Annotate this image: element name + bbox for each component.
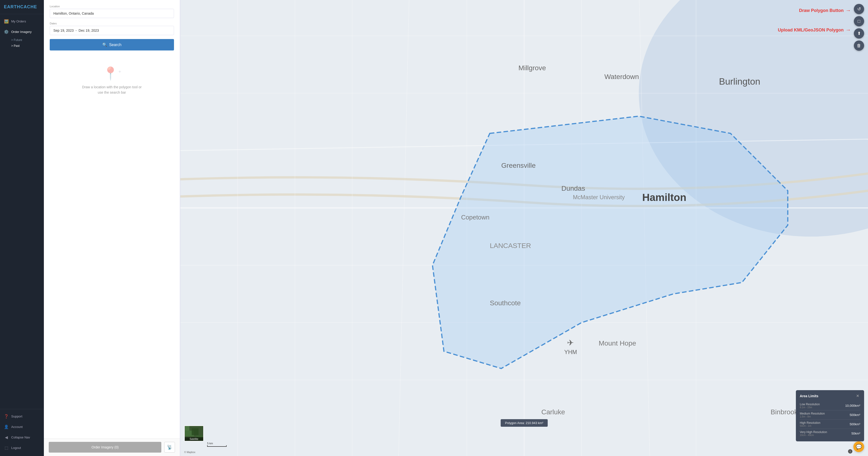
area-limit-value-high: 500km² — [850, 422, 860, 426]
upload-kml-annotation: Upload KML/GeoJSON Polygon → — [778, 27, 851, 33]
scale-bar-text: 5 km — [207, 442, 213, 445]
area-limit-sub-high: 50cm - 1m — [800, 425, 820, 427]
scale-bar: 5 km — [207, 442, 227, 447]
area-limit-value-very-high: 50km² — [851, 432, 860, 435]
location-label: Location — [50, 5, 174, 8]
search-button[interactable]: 🔍 Search — [50, 39, 174, 51]
area-limits-header: Area Limits ✕ — [800, 394, 860, 398]
dates-label: Dates — [50, 22, 174, 25]
map-background: Millgrove Waterdown Burlington Greensvil… — [180, 0, 868, 456]
sidebar-item-past[interactable]: > Past — [11, 43, 44, 49]
satellite-label: Satellite — [185, 437, 203, 441]
satellite-thumbnail[interactable]: Satellite — [184, 426, 204, 441]
svg-text:Southcote: Southcote — [490, 299, 521, 307]
panel-footer: Order Imagery (0) 📡 — [44, 438, 180, 456]
svg-rect-36 — [192, 428, 198, 435]
upload-kml-button[interactable]: ⬆ — [854, 28, 864, 38]
svg-rect-37 — [185, 426, 189, 431]
svg-text:Millgrove: Millgrove — [518, 64, 546, 72]
area-limit-value-low: 10,000km² — [845, 404, 860, 407]
order-imagery-button[interactable]: Order Imagery (0) — [49, 442, 161, 453]
svg-text:McMaster University: McMaster University — [573, 194, 625, 200]
sidebar-item-collapse-nav[interactable]: ◀ Collapse Nav — [0, 432, 44, 443]
sidebar-item-order-imagery[interactable]: ⚙️ Order Imagery — [0, 27, 44, 37]
info-button[interactable]: i — [848, 449, 852, 454]
sidebar-label-collapse: Collapse Nav — [11, 435, 30, 439]
sidebar-item-my-orders[interactable]: 🖼️ My Orders — [0, 16, 44, 27]
satellite-icon: 📡 — [167, 445, 172, 450]
collapse-icon: ◀ — [4, 435, 9, 440]
scale-bar-line — [207, 445, 227, 447]
draw-polygon-arrow: → — [845, 7, 851, 13]
area-limit-label-high: High Resolution — [800, 421, 820, 425]
area-limit-row-high: High Resolution 50cm - 1m 500km² — [800, 420, 860, 429]
empty-state-text: Draw a location with the polygon tool or… — [55, 84, 169, 95]
search-button-label: Search — [109, 43, 122, 47]
polygon-area-badge: Polygon Area: 210.943 km² — [501, 419, 548, 427]
svg-text:Copetown: Copetown — [461, 214, 489, 221]
map-area[interactable]: Millgrove Waterdown Burlington Greensvil… — [180, 0, 868, 456]
sidebar-label-support: Support — [11, 415, 23, 418]
draw-rectangle-button[interactable]: □ — [854, 16, 864, 26]
chat-button[interactable]: 💬 — [854, 441, 864, 452]
map-controls: ↺ □ ⬆ 🗑 — [854, 4, 864, 51]
left-panel: Location Dates 🔍 Search 📍+ Draw a locati… — [44, 0, 180, 456]
draw-polygon-annotation: Draw Polygon Button → — [799, 7, 851, 13]
area-limit-row-low: Low Resolution 8.1m - 15m 10,000km² — [800, 401, 860, 410]
logout-icon: ⬚ — [4, 446, 9, 450]
area-limit-label-very-high: Very High Resolution — [800, 430, 827, 434]
sidebar-item-account[interactable]: 👤 Account — [0, 422, 44, 432]
svg-text:Hamilton: Hamilton — [642, 192, 686, 203]
area-limit-label-medium: Medium Resolution — [800, 412, 825, 415]
location-field-group: Location — [50, 5, 174, 18]
location-input[interactable] — [50, 9, 174, 18]
draw-polygon-button[interactable]: ↺ — [854, 4, 864, 14]
upload-kml-arrow: → — [845, 27, 851, 33]
sidebar-item-logout[interactable]: ⬚ Logout — [0, 443, 44, 453]
draw-polygon-annotation-text: Draw Polygon Button — [799, 8, 844, 13]
sidebar-item-future[interactable]: > Future — [11, 37, 44, 43]
draw-polygon-icon: ↺ — [857, 6, 861, 12]
logo: EARTHCACHE — [0, 0, 44, 14]
panel-content: Location Dates 🔍 Search 📍+ Draw a locati… — [44, 0, 180, 438]
area-limit-sub-low: 8.1m - 15m — [800, 406, 820, 409]
sidebar-label-order-imagery: Order Imagery — [11, 30, 32, 34]
empty-state-line2: use the search bar — [98, 90, 126, 94]
upload-icon: ⬆ — [857, 31, 861, 36]
empty-state: 📍+ Draw a location with the polygon tool… — [50, 56, 174, 105]
mapbox-attribution: © Mapbox — [184, 451, 195, 454]
svg-text:YHM: YHM — [564, 349, 577, 355]
polygon-area-text: Polygon Area: 210.943 km² — [505, 421, 544, 425]
area-limit-sub-very-high: 10cm - 49cm — [800, 434, 827, 436]
sidebar-label-logout: Logout — [11, 446, 21, 450]
orders-icon: 🖼️ — [4, 19, 9, 24]
logo-part2: CACHE — [20, 4, 37, 9]
order-imagery-icon: ⚙️ — [4, 29, 9, 34]
search-icon: 🔍 — [102, 42, 107, 47]
svg-text:Waterdown: Waterdown — [604, 73, 639, 81]
delete-icon: 🗑 — [857, 43, 861, 48]
area-limit-sub-medium: 1.5m - 8m — [800, 415, 825, 418]
location-pin-icon: 📍+ — [55, 66, 169, 81]
mapbox-attr-text: © Mapbox — [184, 451, 195, 454]
satellite-toggle-button[interactable]: 📡 — [164, 442, 175, 453]
nav-items: 🖼️ My Orders ⚙️ Order Imagery > Future >… — [0, 14, 44, 407]
sidebar: EARTHCACHE 🖼️ My Orders ⚙️ Order Imagery… — [0, 0, 44, 456]
svg-text:Dundas: Dundas — [561, 184, 585, 192]
sidebar-label-my-orders: My Orders — [11, 20, 26, 23]
svg-text:LANCASTER: LANCASTER — [490, 241, 531, 250]
svg-text:Burlington: Burlington — [719, 76, 760, 87]
area-limit-row-medium: Medium Resolution 1.5m - 8m 500km² — [800, 410, 860, 420]
delete-polygon-button[interactable]: 🗑 — [854, 40, 864, 51]
dates-input[interactable] — [50, 26, 174, 35]
area-limit-value-medium: 500km² — [850, 413, 860, 417]
sidebar-item-support[interactable]: ❓ Support — [0, 411, 44, 422]
svg-text:Binbrook: Binbrook — [771, 408, 798, 416]
area-limits-close-button[interactable]: ✕ — [855, 394, 860, 398]
logo-part1: EARTH — [4, 4, 20, 9]
sidebar-label-account: Account — [11, 425, 23, 429]
info-icon: i — [850, 450, 850, 453]
upload-kml-annotation-text: Upload KML/GeoJSON Polygon — [778, 28, 844, 33]
support-icon: ❓ — [4, 414, 9, 419]
area-limit-row-very-high: Very High Resolution 10cm - 49cm 50km² — [800, 429, 860, 438]
